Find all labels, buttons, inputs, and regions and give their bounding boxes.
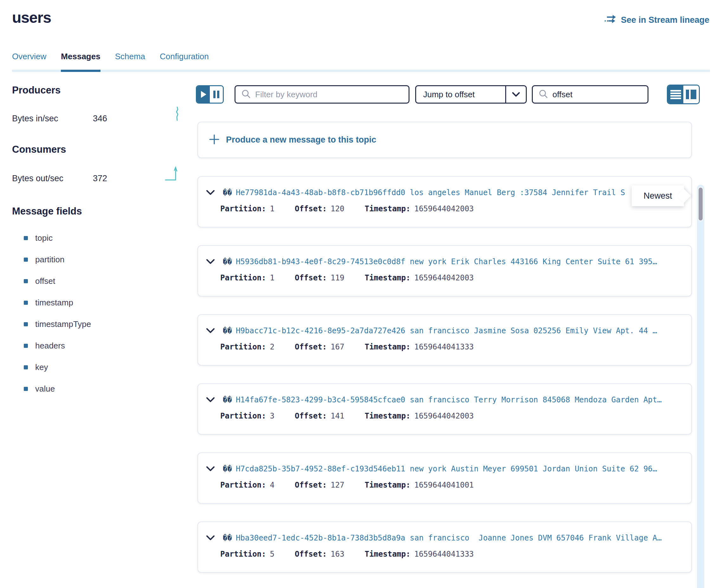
timestamp-field: Timestamp:1659644041001 xyxy=(365,481,474,489)
expand-chevron-icon[interactable] xyxy=(206,465,215,473)
offset-field: Offset:167 xyxy=(295,342,345,351)
field-item-value[interactable]: value xyxy=(24,378,183,399)
field-bullet xyxy=(24,365,28,370)
filter-keyword-input[interactable] xyxy=(254,89,403,100)
search-icon xyxy=(241,89,251,100)
expand-chevron-icon[interactable] xyxy=(206,258,215,266)
view-mode-toggle xyxy=(667,85,700,104)
scrollbar-thumb[interactable] xyxy=(698,187,703,221)
field-label: key xyxy=(35,362,48,372)
filter-input-box xyxy=(234,85,410,104)
expand-chevron-icon[interactable] xyxy=(206,534,215,542)
partition-value: 3 xyxy=(270,412,274,420)
message-meta: Partition:5 Offset:163 Timestamp:1659644… xyxy=(220,550,686,559)
tab-messages[interactable]: Messages xyxy=(61,51,100,70)
sidebar: Producers Bytes in/sec 346 Consumers Byt… xyxy=(12,85,183,573)
message-key[interactable]: H14fa67fe-5823-4299-b3c4-595845cfcae0 sa… xyxy=(236,395,662,404)
message-card: �� Hba30eed7-1edc-452b-8b1a-738d3b5d8a9a… xyxy=(198,522,692,573)
tab-underline-track xyxy=(12,70,710,72)
field-bullet xyxy=(24,344,28,348)
field-item-timestamp[interactable]: timestamp xyxy=(24,292,183,313)
stream-lineage-icon xyxy=(604,14,617,26)
message-meta: Partition:2 Offset:167 Timestamp:1659644… xyxy=(220,342,686,351)
field-item-key[interactable]: key xyxy=(24,356,183,378)
message-list: �� He77981da-4a43-48ab-b8f8-cb71b96ffdd0… xyxy=(198,176,700,573)
expand-chevron-icon[interactable] xyxy=(206,396,215,404)
search-icon xyxy=(538,89,548,100)
message-fields-list: topic partition offset timestamp timesta… xyxy=(12,227,183,399)
timestamp-field: Timestamp:1659644041333 xyxy=(365,342,474,351)
offset-value: 127 xyxy=(331,481,344,489)
tab-overview[interactable]: Overview xyxy=(12,51,46,70)
bytes-out-metric: Bytes out/sec 372 xyxy=(12,165,183,184)
field-label: partition xyxy=(35,255,65,265)
partition-field: Partition:1 xyxy=(220,204,274,213)
offset-field: Offset:141 xyxy=(295,412,345,420)
expand-chevron-icon[interactable] xyxy=(206,189,215,196)
plus-icon xyxy=(209,134,220,146)
offset-field: Offset:127 xyxy=(295,481,345,489)
jump-to-offset-select[interactable]: Jump to offset xyxy=(415,85,527,104)
bytes-in-label: Bytes in/sec xyxy=(12,114,93,124)
tab-configuration[interactable]: Configuration xyxy=(160,51,209,70)
topic-page: users See in Stream lineage Overview Mes… xyxy=(0,0,722,588)
messages-panel: Jump to offset xyxy=(193,85,700,573)
field-item-headers[interactable]: headers xyxy=(24,335,183,356)
list-view-button[interactable] xyxy=(668,86,683,103)
produce-message-button[interactable]: Produce a new message to this topic xyxy=(198,122,692,158)
field-bullet xyxy=(24,257,28,262)
partition-value: 1 xyxy=(270,273,274,282)
offset-value: 163 xyxy=(331,550,344,559)
offset-value: 119 xyxy=(331,273,344,282)
partition-field: Partition:5 xyxy=(220,550,274,559)
field-bullet xyxy=(24,279,28,283)
message-meta: Partition:1 Offset:120 Timestamp:1659644… xyxy=(220,204,686,213)
split-view-button[interactable] xyxy=(683,86,699,103)
field-item-topic[interactable]: topic xyxy=(24,227,183,249)
field-label: value xyxy=(35,384,55,394)
pause-button[interactable] xyxy=(210,86,223,103)
field-item-timestampType[interactable]: timestampType xyxy=(24,313,183,335)
scrollbar-track[interactable] xyxy=(697,185,704,588)
message-card: �� H7cda825b-35b7-4952-88ef-c193d546eb11… xyxy=(198,453,692,504)
expand-chevron-icon[interactable] xyxy=(206,327,215,335)
timestamp-field: Timestamp:1659644042003 xyxy=(365,204,474,213)
timestamp-value: 1659644041333 xyxy=(414,342,474,351)
field-bullet xyxy=(24,387,28,391)
tab-bar: Overview Messages Schema Configuration xyxy=(0,51,722,70)
newest-tooltip-label: Newest xyxy=(643,191,672,201)
message-key[interactable]: H7cda825b-35b7-4952-88ef-c193d546eb11 ne… xyxy=(236,464,657,473)
split-view-icon xyxy=(686,90,696,99)
timestamp-field: Timestamp:1659644042003 xyxy=(365,412,474,420)
play-button[interactable] xyxy=(197,86,210,103)
message-key[interactable]: He77981da-4a43-48ab-b8f8-cb71b96ffdd0 lo… xyxy=(236,188,625,197)
play-pause-toggle xyxy=(196,85,224,104)
offset-input[interactable] xyxy=(552,89,642,100)
newest-tooltip: Newest xyxy=(632,185,684,206)
offset-value: 141 xyxy=(331,412,344,420)
key-prefix-glyphs: �� xyxy=(223,257,232,266)
message-key[interactable]: Hba30eed7-1edc-452b-8b1a-738d3b5d8a9a sa… xyxy=(236,533,662,542)
produce-message-label: Produce a new message to this topic xyxy=(226,135,376,145)
offset-value: 167 xyxy=(331,342,344,351)
timestamp-field: Timestamp:1659644042003 xyxy=(365,273,474,282)
offset-field: Offset:119 xyxy=(295,273,345,282)
field-item-offset[interactable]: offset xyxy=(24,270,183,292)
jump-to-offset-value: Jump to offset xyxy=(416,90,505,100)
timestamp-value: 1659644042003 xyxy=(414,204,474,213)
key-prefix-glyphs: �� xyxy=(223,188,232,197)
field-bullet xyxy=(24,301,28,305)
bytes-out-value: 372 xyxy=(93,174,107,184)
partition-field: Partition:1 xyxy=(220,273,274,282)
list-view-icon xyxy=(671,89,681,100)
field-item-partition[interactable]: partition xyxy=(24,249,183,270)
message-key[interactable]: H5936db81-b943-4e0f-8c29-74513e0c0d8f ne… xyxy=(236,257,657,266)
producers-heading: Producers xyxy=(12,85,183,96)
message-card: �� H14fa67fe-5823-4299-b3c4-595845cfcae0… xyxy=(198,383,692,435)
stream-lineage-link[interactable]: See in Stream lineage xyxy=(604,14,709,26)
tab-schema[interactable]: Schema xyxy=(115,51,145,70)
message-key[interactable]: H9bacc71c-b12c-4216-8e95-2a7da727e426 sa… xyxy=(236,326,657,335)
timestamp-value: 1659644041001 xyxy=(414,481,474,489)
chevron-down-icon[interactable] xyxy=(506,92,526,97)
partition-value: 5 xyxy=(270,550,274,559)
